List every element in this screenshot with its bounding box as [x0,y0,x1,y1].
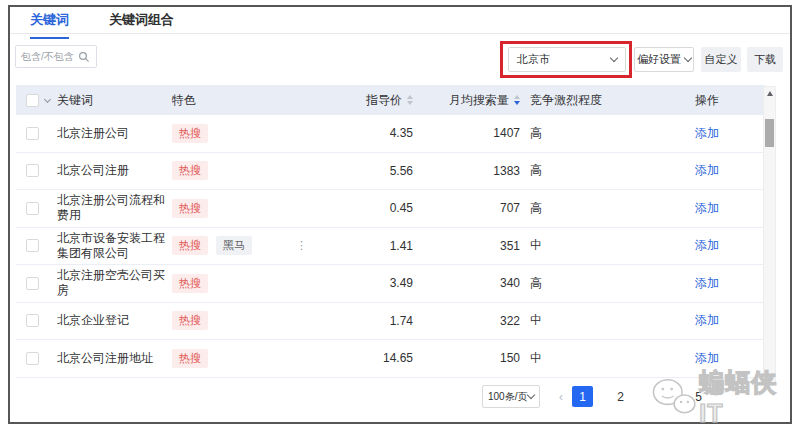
row-checkbox[interactable] [26,202,39,215]
row-checkbox[interactable] [26,314,39,327]
page-button-2[interactable]: 2 [610,386,631,407]
price-cell: 4.35 [330,126,413,140]
dark-horse-tag: 黑马 [216,236,252,255]
row-checkbox[interactable] [26,239,39,252]
chevron-down-icon [684,54,692,62]
hot-tag: 热搜 [172,349,208,368]
vertical-scrollbar[interactable] [763,86,776,384]
price-cell: 0.45 [330,201,413,215]
keyword-cell: 北京公司注册 [57,163,172,178]
row-checkbox[interactable] [26,277,39,290]
table-header: 关键词 特色 指导价 月均搜索量 竞争激烈程度 操作 [16,85,765,115]
download-label: 下载 [754,52,776,67]
add-link[interactable]: 添加 [695,351,719,365]
tab-keywords[interactable]: 关键词 [30,11,69,39]
table-row: 北京企业登记 热搜 1.74 322 中 添加 [16,303,765,341]
add-link[interactable]: 添加 [695,126,719,140]
volume-cell: 1407 [413,126,520,140]
volume-cell: 322 [413,314,520,328]
city-select-value: 北京市 [517,52,550,67]
table-row: 北京市设备安装工程集团有限公司 热搜 黑马 ⋮ 1.41 351 中 添加 [16,228,765,266]
keyword-cell: 北京公司注册地址 [57,351,172,366]
volume-cell: 351 [413,239,520,253]
table-row: 北京注册公司流程和费用 热搜 0.45 707 高 添加 [16,190,765,228]
scroll-down-arrow-icon[interactable] [767,374,773,379]
keyword-cell: 北京注册公司流程和费用 [57,193,172,223]
header-action: 操作 [640,92,765,109]
row-checkbox[interactable] [26,127,39,140]
tab-keyword-combinations[interactable]: 关键词组合 [109,11,174,39]
include-exclude-filter-input[interactable]: 包含/不包含 [15,45,97,68]
hot-tag: 热搜 [172,311,208,330]
tab-bar: 关键词 关键词组合 [30,11,174,39]
add-link[interactable]: 添加 [695,201,719,215]
hot-tag: 热搜 [172,124,208,143]
add-link[interactable]: 添加 [695,163,719,177]
volume-cell: 340 [413,276,520,290]
competition-cell: 中 [520,312,640,329]
hot-tag: 热搜 [172,274,208,293]
page-size-value: 100条/页 [488,390,527,404]
chevron-down-icon [610,54,618,62]
table-row: 北京公司注册地址 热搜 14.65 150 中 添加 [16,340,765,378]
price-cell: 3.49 [330,276,413,290]
price-cell: 1.74 [330,314,413,328]
table-body: 北京注册公司 热搜 4.35 1407 高 添加 北京公司注册 热搜 5.56 … [16,115,765,378]
preferences-label: 偏好设置 [637,52,681,67]
preferences-button[interactable]: 偏好设置 [634,47,694,72]
search-icon [78,51,90,63]
price-cell: 14.65 [330,351,413,365]
competition-cell: 中 [520,350,640,367]
header-competition: 竞争激烈程度 [520,92,640,109]
volume-cell: 1383 [413,164,520,178]
city-select-dropdown[interactable]: 北京市 [508,47,626,72]
row-checkbox[interactable] [26,352,39,365]
page-button-5[interactable]: 5 [688,386,709,407]
page-size-select[interactable]: 100条/页 [482,385,540,408]
price-cell: 1.41 [330,239,413,253]
add-link[interactable]: 添加 [695,276,719,290]
header-price[interactable]: 指导价 [330,92,413,109]
page-button-1[interactable]: 1 [572,386,593,407]
table-row: 北京注册空壳公司买房 热搜 3.49 340 高 添加 [16,265,765,303]
keyword-cell: 北京市设备安装工程集团有限公司 [57,231,172,261]
add-link[interactable]: 添加 [695,313,719,327]
hot-tag: 热搜 [172,161,208,180]
competition-cell: 高 [520,200,640,217]
select-all-checkbox[interactable] [26,94,39,107]
header-keyword: 关键词 [57,92,172,109]
download-button[interactable]: 下载 [747,47,783,72]
competition-cell: 高 [520,275,640,292]
hot-tag: 热搜 [172,236,208,255]
scrollbar-thumb[interactable] [765,119,774,147]
hot-tag: 热搜 [172,199,208,218]
scroll-up-arrow-icon[interactable] [767,91,773,96]
custom-button[interactable]: 自定义 [701,47,741,72]
tabs-divider [10,33,790,34]
custom-label: 自定义 [705,52,738,67]
volume-cell: 150 [413,351,520,365]
header-feature: 特色 [172,92,330,109]
table-row: 北京公司注册 热搜 5.56 1383 高 添加 [16,153,765,191]
prev-page-button[interactable]: ‹ [554,386,568,407]
more-tags-ellipsis-icon[interactable]: ⋮ [296,239,307,252]
volume-cell: 707 [413,201,520,215]
competition-cell: 高 [520,125,640,142]
keyword-cell: 北京企业登记 [57,313,172,328]
competition-cell: 中 [520,237,640,254]
add-link[interactable]: 添加 [695,238,719,252]
competition-cell: 高 [520,162,640,179]
filter-placeholder: 包含/不包含 [21,50,74,64]
keyword-cell: 北京注册空壳公司买房 [57,268,172,298]
table-row: 北京注册公司 热搜 4.35 1407 高 添加 [16,115,765,153]
header-volume[interactable]: 月均搜索量 [413,92,520,109]
page-button-3[interactable]: 3 [648,386,669,407]
chevron-down-icon [527,391,535,399]
keyword-cell: 北京注册公司 [57,126,172,141]
select-options-chevron-icon[interactable] [44,95,51,102]
price-cell: 5.56 [330,164,413,178]
row-checkbox[interactable] [26,164,39,177]
